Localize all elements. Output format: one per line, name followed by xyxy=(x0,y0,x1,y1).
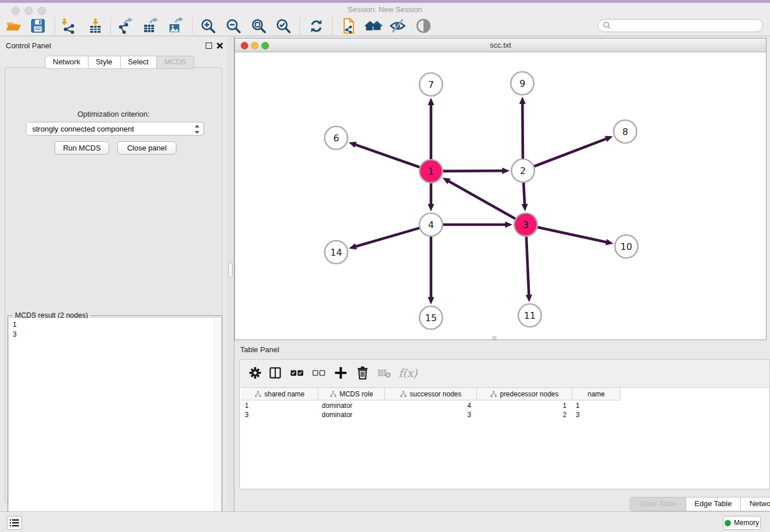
table-cell[interactable]: dominator xyxy=(318,410,385,419)
refresh-view-button[interactable] xyxy=(306,17,326,35)
graph-edge-2-9[interactable] xyxy=(519,97,526,159)
task-history-button[interactable] xyxy=(7,516,22,530)
graph-edge-4-14[interactable] xyxy=(349,228,419,249)
graph-edge-4-3[interactable] xyxy=(443,221,513,228)
tab-network-table[interactable]: Network Table xyxy=(741,497,770,511)
tab-network[interactable]: Network xyxy=(45,56,88,69)
column-header-shared-name[interactable]: shared name xyxy=(241,388,318,400)
memory-label: Memory xyxy=(734,519,759,527)
graph-edge-1-4[interactable] xyxy=(428,183,434,211)
graph-node-14[interactable]: 14 xyxy=(325,241,348,264)
panel-divider[interactable] xyxy=(227,36,234,511)
network-resize-grip[interactable] xyxy=(492,336,496,340)
result-scrollbar[interactable] xyxy=(214,318,221,530)
graph-node-9[interactable]: 9 xyxy=(511,72,534,95)
tab-mcds[interactable]: MCDS xyxy=(157,56,194,69)
tab-edge-table[interactable]: Edge Table xyxy=(686,497,741,511)
save-session-button[interactable] xyxy=(28,17,48,35)
import-table-button[interactable] xyxy=(86,17,105,35)
tab-style[interactable]: Style xyxy=(88,56,121,69)
table-row[interactable]: 3dominator323 xyxy=(241,410,621,419)
close-panel-button[interactable]: Close panel xyxy=(117,141,176,155)
network-canvas[interactable]: 1234678910111415 xyxy=(235,52,766,340)
open-session-button[interactable] xyxy=(4,17,24,35)
run-mcds-button[interactable]: Run MCDS xyxy=(55,141,109,155)
graph-edge-4-15[interactable] xyxy=(428,237,434,304)
table-cell[interactable]: 3 xyxy=(241,410,318,419)
table-panel-title: Table Panel xyxy=(240,345,279,354)
select-all-button[interactable] xyxy=(288,364,306,381)
column-header-mcds-role[interactable]: MCDS role xyxy=(318,388,385,400)
sort-hierarchy-icon xyxy=(490,391,497,398)
column-header-successor-nodes[interactable]: successor nodes xyxy=(385,388,477,400)
deselect-all-button[interactable] xyxy=(310,364,328,381)
hide-graphics-details-button[interactable] xyxy=(388,17,407,35)
network-file-snapshot-button[interactable] xyxy=(338,17,358,35)
search-box[interactable] xyxy=(598,19,763,32)
network-maximize-icon[interactable] xyxy=(261,42,269,49)
home-button[interactable] xyxy=(364,17,383,35)
graph-edge-3-10[interactable] xyxy=(538,227,614,245)
show-columns-button[interactable] xyxy=(267,364,284,381)
graph-node-2[interactable]: 2 xyxy=(511,159,534,182)
graph-node-1[interactable]: 1 xyxy=(419,160,442,183)
network-window-titlebar[interactable]: scc.txt xyxy=(235,38,766,52)
add-row-button[interactable] xyxy=(332,364,349,381)
graph-edge-1-6[interactable] xyxy=(349,142,419,167)
tab-select[interactable]: Select xyxy=(121,56,157,69)
graph-edge-2-3[interactable] xyxy=(521,183,528,211)
export-image-button[interactable] xyxy=(166,17,186,35)
show-graphics-details-button[interactable] xyxy=(414,17,433,35)
mcds-result-textarea[interactable]: 13 xyxy=(9,318,221,530)
table-cell[interactable]: 2 xyxy=(477,410,572,419)
zoom-fit-button[interactable] xyxy=(249,17,268,35)
table-cell[interactable]: 1 xyxy=(477,401,572,410)
criterion-dropdown[interactable]: strongly connected component xyxy=(26,122,204,136)
graph-node-15[interactable]: 15 xyxy=(419,306,442,329)
graph-edge-2-8[interactable] xyxy=(534,136,613,167)
column-header-predecessor-nodes[interactable]: predecessor nodes xyxy=(477,388,572,400)
table-cell[interactable]: 1 xyxy=(241,401,318,410)
control-panel-close-icon[interactable] xyxy=(216,42,224,49)
graph-node-8[interactable]: 8 xyxy=(614,120,637,143)
table-cell[interactable]: dominator xyxy=(318,401,385,410)
zoom-selected-button[interactable] xyxy=(274,17,293,35)
table-row[interactable]: 1dominator411 xyxy=(241,401,621,410)
delete-row-button[interactable] xyxy=(354,364,371,381)
column-header-name[interactable]: name xyxy=(572,388,621,400)
zoom-in-button[interactable] xyxy=(198,17,218,35)
export-table-button[interactable] xyxy=(141,17,160,35)
table-cell[interactable]: 3 xyxy=(385,410,477,419)
tab-node-table[interactable]: Node Table xyxy=(630,497,686,511)
network-close-icon[interactable] xyxy=(241,42,248,49)
window-close-button[interactable] xyxy=(11,7,20,15)
import-network-button[interactable] xyxy=(59,17,78,35)
search-input[interactable] xyxy=(614,22,763,30)
network-minimize-icon[interactable] xyxy=(251,42,259,49)
table-cell[interactable]: 4 xyxy=(385,401,477,410)
graph-edge-3-1[interactable] xyxy=(442,178,515,218)
export-network-button[interactable] xyxy=(116,17,136,35)
divider-handle[interactable] xyxy=(228,263,233,277)
main-toolbar xyxy=(0,16,770,36)
graph-node-7[interactable]: 7 xyxy=(419,73,442,96)
function-builder-button[interactable]: f(x) xyxy=(396,364,420,381)
graph-edge-3-11[interactable] xyxy=(526,237,532,302)
window-minimize-button[interactable] xyxy=(25,7,33,15)
graph-edge-1-7[interactable] xyxy=(428,98,434,159)
zoom-out-button[interactable] xyxy=(224,17,243,35)
delete-table-button[interactable] xyxy=(376,364,393,381)
graph-node-4[interactable]: 4 xyxy=(419,213,442,236)
table-options-button[interactable] xyxy=(247,364,264,381)
graph-node-6[interactable]: 6 xyxy=(325,126,348,149)
graph-node-3[interactable]: 3 xyxy=(514,213,537,236)
window-zoom-button[interactable] xyxy=(38,7,46,15)
graph-node-10[interactable]: 10 xyxy=(615,235,638,258)
table-cell[interactable]: 3 xyxy=(572,410,621,419)
table-cell[interactable]: 1 xyxy=(572,401,621,410)
graph-node-11[interactable]: 11 xyxy=(518,304,541,327)
import-network-icon xyxy=(60,17,77,34)
control-panel-float-icon[interactable] xyxy=(206,43,212,49)
memory-button[interactable]: Memory xyxy=(723,516,761,530)
graph-edge-1-2[interactable] xyxy=(443,168,510,174)
